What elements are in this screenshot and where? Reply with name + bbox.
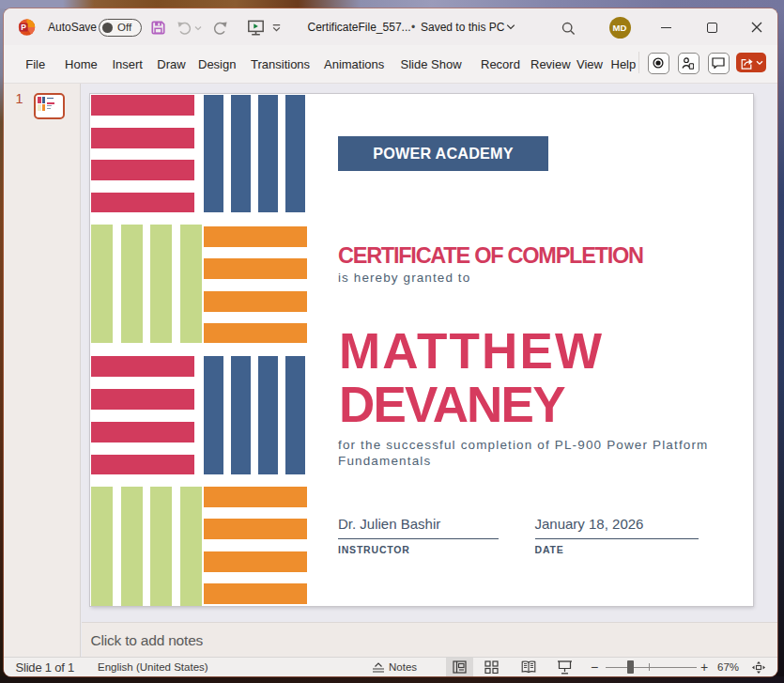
svg-text:P: P xyxy=(21,23,26,32)
